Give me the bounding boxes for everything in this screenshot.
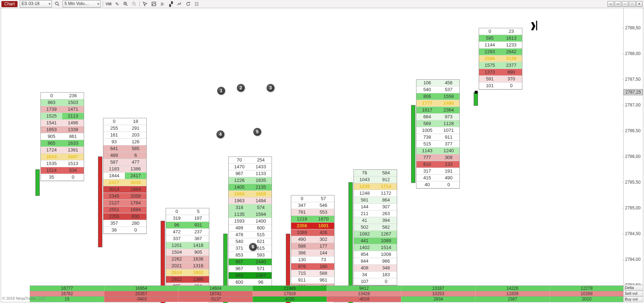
ladder-row: 357280 [103, 220, 146, 227]
footer-cell: 14604 [178, 286, 253, 291]
svg-point-0 [55, 2, 58, 5]
ladder-row: 211263 [354, 210, 397, 217]
ladder: 7658410439121235171412481172581864144307… [353, 169, 397, 285]
footer-cell: 2010 [550, 297, 624, 302]
ladder-row: 11431240 [416, 148, 459, 154]
bars-icon[interactable]: ⊪ [159, 1, 166, 7]
ladder-row: 8061558 [416, 93, 459, 100]
ladder-row: 18442417 [103, 173, 146, 179]
ladder-row: 8651633 [41, 140, 84, 147]
layout-btn-2[interactable]: ▭ [615, 1, 621, 7]
ladder-row: 876180 [291, 263, 334, 270]
draw-pencil-icon[interactable]: ✎ [114, 1, 120, 7]
y-tick: 2786,50 [625, 128, 640, 133]
minimize-btn[interactable]: — [622, 1, 628, 7]
indicator-icon[interactable] [176, 1, 183, 7]
ladder-row: 93126 [103, 139, 146, 145]
y-tick: 2788,50 [625, 25, 640, 30]
ladder-row: 9671133 [229, 170, 272, 177]
y-tick: 2785,00 [625, 205, 640, 210]
ladder-row: 490302 [291, 236, 334, 243]
footer-cell: 4030 [253, 297, 327, 302]
chart-area: 0236883150317391471152521131541149618531… [1, 8, 643, 302]
close-btn[interactable]: ✕ [636, 1, 643, 7]
ladder-row: 29221386 [166, 276, 209, 283]
ladder-row: 588177 [291, 243, 334, 250]
ladder-row: 96931 [166, 222, 209, 229]
ladder-row: 20211316 [166, 263, 209, 269]
chart-tag: Chart [1, 1, 18, 7]
timeframe-selector[interactable]: 5 Min Volu… [63, 0, 101, 8]
footer-cell: 13187 [401, 286, 475, 291]
footer-cell: 16777 [30, 286, 104, 291]
footer-labels: Buy volSell volDelta (bar) [623, 285, 643, 302]
ladder-row: 057 [291, 195, 334, 202]
search-icon[interactable] [54, 1, 60, 7]
ladder-row: 144307 [354, 204, 397, 210]
ladder-row: 41394 [354, 217, 397, 224]
ladder-row: 1070 [354, 278, 397, 285]
ladder-row: 30141964 [103, 186, 146, 193]
ladder-row: 70254 [229, 157, 272, 164]
ladder-row: 161203 [103, 132, 146, 139]
cluster-5: 7658410439121235171412481172581864144307… [353, 169, 397, 285]
y-tick: 2788,00 [625, 51, 640, 56]
ladder-row: 19631494 [229, 198, 272, 204]
y-tick: 2787,00 [625, 103, 640, 108]
maximize-btn[interactable]: □ [629, 1, 635, 7]
y-axis[interactable]: 2788,502788,002787,502787,002786,502786,… [623, 8, 643, 284]
y-tick: 2784,50 [625, 231, 640, 236]
footer-cell: 10268 [550, 291, 624, 297]
callout-4: 4 [216, 130, 224, 138]
footer-label: Sell vol [624, 290, 643, 296]
zoom-in-icon[interactable] [122, 1, 129, 7]
refresh-icon[interactable] [185, 1, 191, 7]
ladder-row: 05 [166, 208, 209, 215]
cluster-3: 7025414701433967113312261835140521351884… [228, 157, 272, 286]
candle-body [35, 169, 40, 196]
ladder-row: 4896 [103, 152, 146, 159]
ladder-row: 15252113 [41, 113, 84, 120]
footer-cell: 2934 [401, 297, 475, 302]
ladder-row: 14052135 [229, 184, 272, 191]
ladder-row: 853593 [229, 252, 272, 259]
ladder-row: 25511694 [103, 207, 146, 213]
footer-cell: 11839 [475, 291, 550, 297]
properties-icon[interactable]: ☷ [194, 1, 200, 7]
databox-icon[interactable] [151, 1, 157, 7]
ladder-row: 664973 [416, 114, 459, 120]
cursor-icon[interactable] [142, 1, 148, 7]
ladder-row: 018 [103, 118, 146, 125]
instrument-selector[interactable]: ES 03-18 [20, 0, 52, 8]
plot-area[interactable]: 0236883150317391471152521131541149618531… [1, 8, 624, 284]
panel-icon[interactable]: ▞ [168, 1, 174, 7]
y-tick: 2786,00 [625, 154, 640, 159]
scroll-arrow-icon[interactable]: ❱▏ [530, 21, 542, 30]
ladder-row: 5691128 [416, 120, 459, 127]
ladder-row: 317191 [416, 168, 459, 175]
ladder-row: 12481172 [354, 190, 397, 197]
svg-line-3 [126, 5, 128, 6]
vm-label[interactable]: VM [105, 1, 112, 7]
zoom-out-icon[interactable] [131, 1, 137, 7]
callout-5: 5 [253, 128, 261, 136]
ladder-row: 400 [416, 182, 459, 188]
footer-label: Buy vol [624, 296, 643, 302]
ladder: 0235951613114412332293264225963130157523… [479, 28, 522, 90]
cluster-7: 0235951613114412332293264225963130157523… [479, 28, 522, 90]
ladder-row: 24173035 [103, 179, 146, 186]
svg-line-1 [58, 5, 59, 6]
candle-body [411, 105, 415, 183]
footer-cell: 20357 [104, 291, 179, 297]
svg-line-10 [152, 3, 154, 5]
ladder-row: 1089426 [291, 229, 334, 236]
ladder-row: 15351513 [41, 160, 84, 167]
ladder-row: 587477 [103, 159, 146, 166]
ladder-row: 581864 [354, 197, 397, 204]
layout-btn-1[interactable]: ▭ [608, 1, 614, 7]
ladder-row: 23452058 [103, 193, 146, 200]
footer-cell: 12278 [550, 286, 624, 291]
ladder-row: 478515 [229, 232, 272, 238]
footer-cell: 21949 [253, 286, 327, 291]
footer-row-buy-vol: 167771695414604219499412131871422612278 [30, 285, 624, 291]
